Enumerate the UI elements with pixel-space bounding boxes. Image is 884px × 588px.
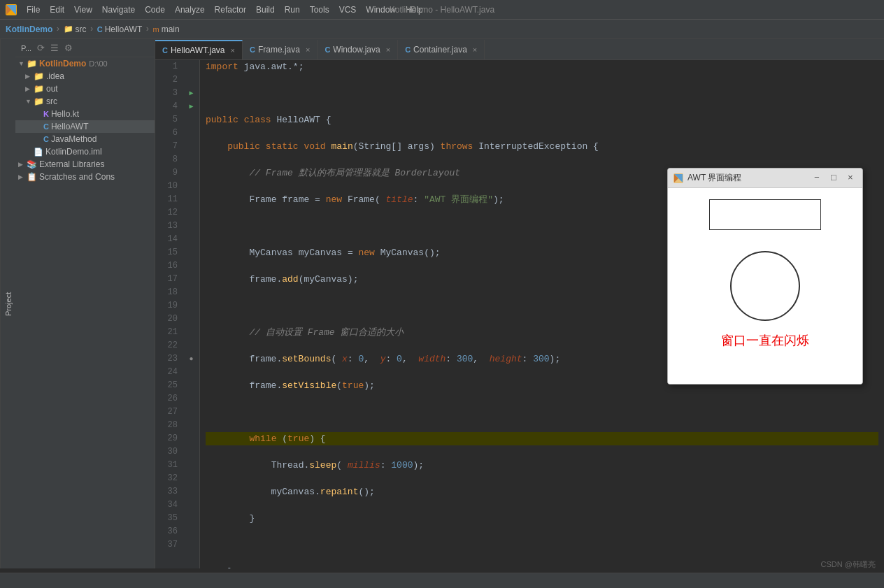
code-line-15: while (true) {	[206, 432, 878, 445]
java-icon-hello-awt: C	[43, 122, 49, 131]
tree-ext-libs[interactable]: ▶ 📚 External Libraries	[15, 158, 155, 171]
fw-app-icon	[673, 173, 683, 183]
fw-minimize-button[interactable]: −	[811, 172, 823, 185]
tabs-bar: C HelloAWT.java × C Frame.java × C Windo…	[155, 39, 884, 60]
tab-container[interactable]: C Container.java ×	[398, 40, 485, 59]
menu-navigate[interactable]: Navigate	[98, 3, 139, 16]
code-gutter: ▶ ▶	[183, 60, 200, 568]
tree-arrow-src: ▼	[25, 98, 34, 105]
app-logo	[6, 4, 17, 15]
nav-src[interactable]: 📁 src	[64, 24, 87, 34]
tab-close-frame[interactable]: ×	[306, 45, 310, 54]
tab-window[interactable]: C Window.java ×	[318, 40, 398, 59]
tab-icon-frame: C	[250, 45, 255, 54]
nav-project[interactable]: KotlinDemo	[6, 24, 52, 34]
code-line-19	[206, 538, 878, 552]
nav-bar: KotlinDemo › 📁 src › C HelloAWT › m main	[0, 20, 884, 39]
menu-vcs[interactable]: VCS	[335, 3, 361, 16]
src-icon: 📁	[64, 24, 73, 34]
menu-bar: File Edit View Navigate Code Analyze Ref…	[0, 0, 884, 20]
toolbar-label: P...	[20, 43, 33, 53]
tab-icon-helloawt: C	[162, 46, 168, 55]
tree-arrow-ext-libs: ▶	[18, 161, 27, 168]
menu-items: File Edit View Navigate Code Analyze Ref…	[22, 3, 427, 16]
tree-src[interactable]: ▼ 📁 src	[15, 95, 155, 108]
folder-icon: 📁	[27, 59, 37, 69]
status-bar	[0, 573, 884, 588]
nav-main[interactable]: m main	[152, 24, 179, 34]
menu-tools[interactable]: Tools	[306, 3, 334, 16]
collapse-icon[interactable]: ☰	[49, 42, 60, 54]
menu-edit[interactable]: Edit	[45, 3, 69, 16]
tree-hello-awt[interactable]: C HelloAWT	[15, 120, 155, 133]
tree-arrow-root: ▼	[18, 60, 27, 67]
fw-body: 窗口一直在闪烁	[668, 188, 862, 384]
run-icon-4[interactable]: ▶	[189, 100, 193, 113]
fw-caption: 窗口一直在闪烁	[673, 332, 857, 349]
menu-file[interactable]: File	[22, 3, 44, 16]
tree-root[interactable]: ▼ 📁 KotlinDemo D:\00	[15, 57, 155, 70]
tree-arrow-idea: ▶	[25, 73, 34, 80]
tab-icon-container: C	[405, 45, 411, 54]
tree-hello-kt[interactable]: K Hello.kt	[15, 108, 155, 120]
code-line-1: import java.awt.*;	[206, 60, 878, 73]
java-file-icon: C	[97, 25, 103, 34]
out-folder-icon: 📁	[34, 84, 44, 94]
menu-view[interactable]: View	[70, 3, 97, 16]
tree-out[interactable]: ▶ 📁 out	[15, 83, 155, 95]
fw-title-bar: AWT 界面编程 − □ ×	[668, 168, 862, 188]
fw-title-text: AWT 界面编程	[687, 172, 806, 184]
tab-icon-window: C	[325, 45, 330, 54]
tab-close-helloawt[interactable]: ×	[231, 46, 235, 55]
tab-close-window[interactable]: ×	[386, 45, 390, 54]
tree-java-method[interactable]: C JavaMethod	[15, 133, 155, 145]
fw-close-button[interactable]: ×	[844, 172, 857, 185]
floating-window: AWT 界面编程 − □ × 窗口一直在闪烁	[667, 168, 863, 385]
code-line-14	[206, 406, 878, 419]
tree-iml[interactable]: 📄 KotlinDemo.iml	[15, 145, 155, 158]
code-line-4: public static void main(String[] args) t…	[206, 140, 878, 153]
code-line-18: }	[206, 512, 878, 525]
menu-run[interactable]: Run	[280, 3, 304, 16]
settings-gear-icon[interactable]: ⚙	[63, 42, 74, 54]
code-line-20: }	[206, 565, 878, 568]
tab-helloawt[interactable]: C HelloAWT.java ×	[155, 40, 243, 59]
code-line-16: Thread.sleep( millis: 1000);	[206, 459, 878, 472]
project-sidebar-tab[interactable]: Project	[0, 39, 15, 568]
idea-folder-icon: 📁	[34, 71, 44, 81]
watermark: CSDN @韩曙亮	[821, 559, 876, 570]
tree-toolbar: P... ⟳ ☰ ⚙	[15, 39, 155, 57]
fw-maximize-button[interactable]: □	[827, 172, 840, 185]
tree-scratches[interactable]: ▶ 📋 Scratches and Cons	[15, 171, 155, 183]
line-numbers: 1 2 3 4 5 6 7 8 9 10 11 12 13 14 15 16 1…	[155, 60, 183, 568]
tab-close-container[interactable]: ×	[473, 45, 477, 54]
run-icon-3[interactable]: ▶	[189, 87, 193, 100]
sync-icon[interactable]: ⟳	[36, 42, 46, 54]
java-icon-java-method: C	[43, 135, 49, 143]
menu-code[interactable]: Code	[141, 3, 169, 16]
nav-file[interactable]: C HelloAWT	[97, 24, 143, 34]
fw-circle-shape	[730, 251, 800, 321]
main-icon: m	[152, 25, 159, 34]
file-tree: P... ⟳ ☰ ⚙ ▼ 📁 KotlinDemo D:\00 ▶ 📁 .ide…	[15, 39, 155, 568]
code-line-17: myCanvas.repaint();	[206, 485, 878, 499]
tree-idea[interactable]: ▶ 📁 .idea	[15, 70, 155, 83]
code-line-2	[206, 87, 878, 100]
app-title: KotlinDemo - HelloAWT.java	[390, 5, 494, 15]
fw-rectangle-shape	[709, 199, 821, 230]
menu-build[interactable]: Build	[252, 3, 279, 16]
code-line-3: public class HelloAWT {	[206, 113, 878, 127]
menu-refactor[interactable]: Refactor	[211, 3, 250, 16]
tree-arrow-scratches: ▶	[18, 173, 27, 180]
menu-analyze[interactable]: Analyze	[171, 3, 209, 16]
tree-arrow-out: ▶	[25, 85, 34, 92]
tab-frame[interactable]: C Frame.java ×	[243, 40, 318, 59]
